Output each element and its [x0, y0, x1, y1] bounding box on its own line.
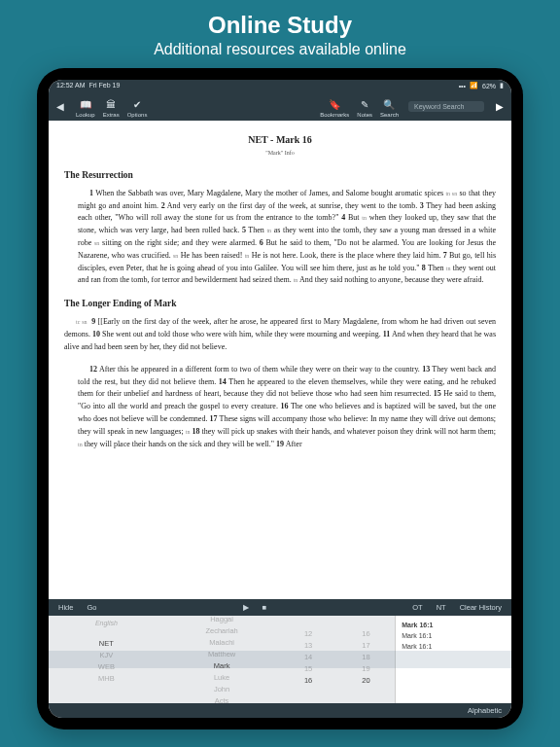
- history-list[interactable]: Mark 16:1 Mark 16:1 Mark 16:1: [395, 616, 511, 703]
- page-title: NET - Mark 16: [64, 132, 496, 148]
- ipad-frame: 12:52 AM Fri Feb 19 •••📶62%▮ ◀ 📖Lookup 🏛…: [37, 68, 523, 729]
- reference-picker[interactable]: English NET KJV WEB MHB Haggai Zechariah…: [49, 616, 511, 703]
- top-toolbar: ◀ 📖Lookup 🏛Extras ✔Options 🔖Bookmarks ✎N…: [49, 91, 511, 121]
- ot-button[interactable]: OT: [412, 603, 422, 612]
- alphabetic-button[interactable]: Alphabetic: [468, 706, 502, 715]
- status-bar: 12:52 AM Fri Feb 19 •••📶62%▮: [49, 80, 511, 91]
- stop-icon[interactable]: ■: [262, 603, 267, 612]
- notes-icon[interactable]: ✎: [361, 99, 368, 110]
- extras-icon[interactable]: 🏛: [106, 99, 116, 110]
- go-button[interactable]: Go: [87, 603, 96, 612]
- search-input[interactable]: Keyword Search: [408, 101, 484, 112]
- clear-history-button[interactable]: Clear History: [460, 603, 502, 612]
- options-icon[interactable]: ✔: [133, 99, 141, 110]
- forward-icon[interactable]: ▶: [494, 101, 506, 112]
- heading-longer-ending: The Longer Ending of Mark: [64, 297, 496, 311]
- nt-button[interactable]: NT: [437, 603, 446, 612]
- hide-button[interactable]: Hide: [58, 603, 73, 612]
- bottom-bar: Alphabetic: [49, 703, 511, 718]
- search-icon[interactable]: 🔍: [383, 99, 395, 110]
- books-icon[interactable]: 📖: [80, 99, 91, 110]
- hero-subtitle: Additional resources available online: [154, 41, 406, 58]
- hero-title: Online Study: [154, 12, 406, 39]
- play-icon[interactable]: ▶: [243, 603, 249, 612]
- reader-content: NET - Mark 16 "Mark" Info The Resurrecti…: [49, 121, 511, 599]
- page-subtitle: "Mark" Info: [64, 149, 496, 159]
- back-icon[interactable]: ◀: [54, 101, 66, 112]
- bookmark-icon[interactable]: 🔖: [329, 99, 340, 110]
- heading-resurrection: The Resurrection: [64, 168, 496, 183]
- nav-strip: Hide Go ▶ ■ OT NT Clear History: [49, 599, 511, 616]
